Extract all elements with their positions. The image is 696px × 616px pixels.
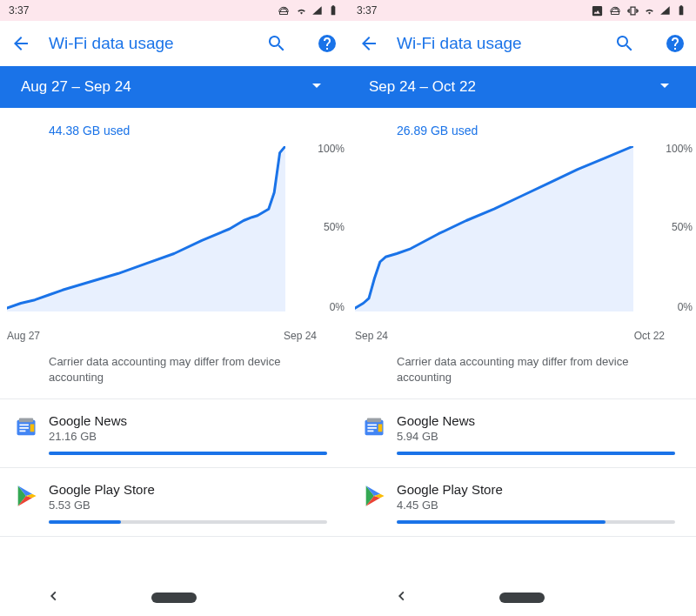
app-name: Google Play Store — [397, 482, 675, 497]
page-title: Wi-Fi data usage — [397, 34, 597, 53]
y-tick: 50% — [324, 221, 345, 233]
help-button[interactable] — [665, 33, 686, 54]
y-tick: 100% — [666, 143, 693, 155]
app-row[interactable]: Google Play Store5.53 GB — [0, 468, 348, 537]
app-name: Google News — [397, 413, 675, 428]
app-amount: 5.94 GB — [397, 430, 675, 443]
play-store-icon — [14, 484, 38, 508]
y-tick: 0% — [330, 301, 345, 313]
app-row[interactable]: Google News5.94 GB — [348, 399, 696, 468]
search-button[interactable] — [614, 33, 635, 54]
cell-icon — [659, 4, 672, 17]
status-bar: 3:37 — [348, 0, 696, 21]
usage-chart: 100%50%0% — [0, 141, 348, 328]
app-amount: 4.45 GB — [397, 499, 675, 512]
vibrate-icon — [626, 4, 639, 17]
total-usage: 26.89 GB used — [348, 108, 696, 141]
y-tick: 100% — [318, 143, 345, 155]
usage-bar — [397, 520, 675, 524]
image-icon — [591, 4, 604, 17]
y-tick: 0% — [678, 301, 693, 313]
cell-icon — [311, 4, 324, 17]
usage-bar — [49, 520, 327, 524]
app-name: Google News — [49, 413, 327, 428]
chevron-down-icon — [654, 75, 675, 100]
usage-bar — [397, 452, 675, 455]
nav-home-pill[interactable] — [151, 593, 197, 603]
search-button[interactable] — [266, 33, 287, 54]
nav-bar — [348, 579, 696, 616]
nav-back-button[interactable] — [392, 586, 412, 609]
vpn-icon — [607, 3, 623, 18]
back-button[interactable] — [10, 33, 31, 54]
app-bar: Wi-Fi data usage — [348, 21, 696, 66]
svg-rect-10 — [367, 431, 373, 432]
app-bar: Wi-Fi data usage — [0, 21, 348, 66]
status-bar: 3:37 — [0, 0, 348, 21]
battery-icon — [675, 4, 687, 17]
x-axis: Aug 27Sep 24 — [0, 328, 348, 342]
app-amount: 21.16 GB — [49, 430, 327, 443]
nav-back-button[interactable] — [44, 586, 64, 609]
google-news-icon — [14, 415, 38, 439]
phone-screen: 3:37Wi-Fi data usageSep 24 – Oct 2226.89… — [348, 0, 696, 616]
phone-screen: 3:37Wi-Fi data usageAug 27 – Sep 2444.38… — [0, 0, 348, 616]
y-tick: 50% — [672, 221, 693, 233]
app-amount: 5.53 GB — [49, 499, 327, 512]
status-time: 3:37 — [357, 4, 377, 17]
usage-chart: 100%50%0% — [348, 141, 696, 328]
svg-rect-8 — [367, 425, 377, 426]
page-title: Wi-Fi data usage — [49, 34, 249, 53]
back-button[interactable] — [358, 33, 379, 54]
disclaimer: Carrier data accounting may differ from … — [0, 342, 348, 399]
date-range-label: Aug 27 – Sep 24 — [21, 78, 131, 96]
nav-home-pill[interactable] — [499, 593, 545, 603]
date-range-selector[interactable]: Aug 27 – Sep 24 — [0, 66, 348, 108]
app-row[interactable]: Google Play Store4.45 GB — [348, 468, 696, 537]
nav-bar — [0, 579, 348, 616]
disclaimer: Carrier data accounting may differ from … — [348, 342, 696, 399]
svg-rect-4 — [19, 431, 25, 432]
battery-icon — [327, 4, 339, 17]
svg-rect-9 — [367, 427, 377, 429]
wifi-icon — [295, 4, 308, 17]
help-button[interactable] — [317, 33, 338, 54]
x-axis: Sep 24Oct 22 — [348, 328, 696, 342]
svg-rect-5 — [30, 425, 35, 432]
google-news-icon — [362, 415, 386, 439]
total-usage: 44.38 GB used — [0, 108, 348, 141]
play-store-icon — [362, 484, 386, 508]
wifi-icon — [643, 4, 656, 17]
app-row[interactable]: Google News21.16 GB — [0, 399, 348, 468]
date-range-selector[interactable]: Sep 24 – Oct 22 — [348, 66, 696, 108]
usage-bar — [49, 452, 327, 455]
svg-rect-2 — [19, 425, 28, 426]
svg-rect-7 — [367, 418, 381, 423]
chevron-down-icon — [306, 75, 327, 100]
vpn-icon — [276, 3, 291, 18]
svg-rect-11 — [378, 425, 383, 432]
date-range-label: Sep 24 – Oct 22 — [369, 78, 476, 96]
svg-rect-3 — [19, 427, 28, 429]
app-name: Google Play Store — [49, 482, 327, 497]
svg-rect-1 — [19, 418, 33, 423]
status-time: 3:37 — [9, 4, 29, 17]
